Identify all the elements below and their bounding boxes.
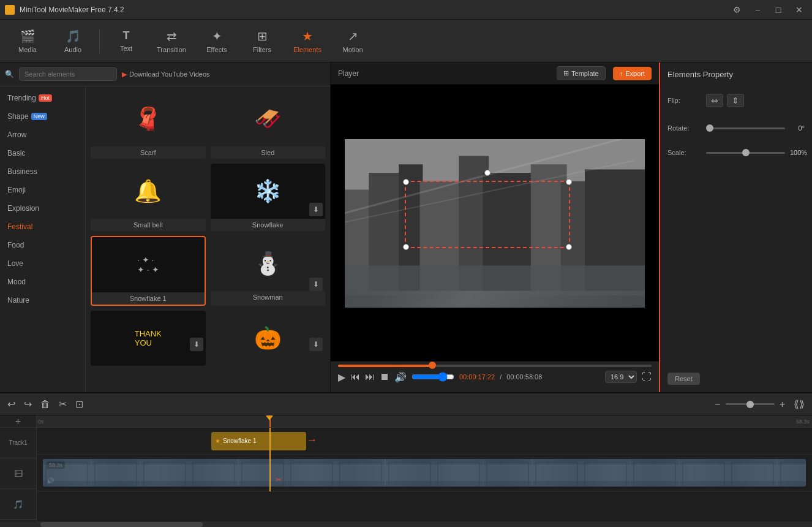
thankyou-download-button[interactable]: ⬇ xyxy=(190,338,203,351)
yt-icon: ▶ xyxy=(122,70,127,78)
export-button[interactable]: ↑ Export xyxy=(613,67,652,80)
snowflake-download-button[interactable]: ⬇ xyxy=(309,203,323,216)
category-arrow[interactable]: Arrow xyxy=(0,126,85,144)
prev-frame-button[interactable]: ⏮ xyxy=(350,371,360,382)
category-nature[interactable]: Nature xyxy=(0,291,85,309)
element-snowflake1[interactable]: · ✦ ·✦ · ✦ Snowflake 1 xyxy=(91,236,206,306)
playhead-arrow xyxy=(266,415,273,420)
template-label: Template xyxy=(571,70,599,77)
category-emoji[interactable]: Emoji xyxy=(0,181,85,199)
pumpkin-download-button[interactable]: ⬇ xyxy=(309,338,323,351)
element-sled[interactable]: 🛷 Sled xyxy=(211,91,326,159)
stop-button[interactable]: ⏹ xyxy=(380,371,389,382)
element-snowman[interactable]: ⛄ Snowman ⬇ xyxy=(211,236,326,306)
flip-buttons: ⇔ ⇕ xyxy=(706,94,744,107)
video-strip[interactable]: 58.3s 🔊 xyxy=(43,459,806,487)
cut-button[interactable]: ✂ xyxy=(56,397,69,411)
category-basic[interactable]: Basic xyxy=(0,144,85,162)
track1-label: Track1 xyxy=(0,428,36,458)
element-scarf[interactable]: 🧣 Scarf xyxy=(91,91,206,159)
category-explosion[interactable]: Explosion xyxy=(0,199,85,218)
undo-button[interactable]: ↩ xyxy=(5,397,18,411)
tool-elements[interactable]: ★ Elements xyxy=(286,23,329,59)
element-snowflake1-thumb: · ✦ ·✦ · ✦ xyxy=(92,237,205,292)
volume-button[interactable]: 🔊 xyxy=(394,371,407,383)
search-icon: 🔍 xyxy=(5,70,14,78)
maximize-button[interactable]: □ xyxy=(770,4,786,16)
ruler-0s: 0s xyxy=(38,419,44,425)
snowman-download-button[interactable]: ⬇ xyxy=(309,278,323,291)
scale-slider[interactable] xyxy=(706,152,785,154)
element-pumpkin[interactable]: 🎃 ⬇ xyxy=(211,311,326,366)
tool-media-label: Media xyxy=(18,46,37,53)
tool-motion[interactable]: ↗ Motion xyxy=(331,23,374,59)
category-food[interactable]: Food xyxy=(0,236,85,254)
element-small-bell-name: Small bell xyxy=(91,219,206,231)
category-festival[interactable]: Festival xyxy=(0,218,85,236)
toolbar: 🎬 Media 🎵 Audio T Text ⇄ Transition ✦ Ef… xyxy=(0,20,812,63)
flip-horizontal-button[interactable]: ⇔ xyxy=(706,94,723,107)
redo-button[interactable]: ↪ xyxy=(21,397,34,411)
timeline-scrollbar[interactable] xyxy=(0,522,812,527)
timeline-add-button[interactable]: + xyxy=(0,415,36,428)
element-clip-snowflake1[interactable]: ★ Snowflake 1 xyxy=(211,432,306,450)
fullscreen-button[interactable]: ⛶ xyxy=(642,371,652,382)
element-small-bell-thumb: 🔔 xyxy=(91,164,206,219)
zoom-in-button[interactable]: + xyxy=(777,398,788,411)
yt-download-button[interactable]: ▶ Download YouTube Videos xyxy=(122,70,210,78)
category-shape[interactable]: Shape New xyxy=(0,107,85,126)
tool-transition[interactable]: ⇄ Transition xyxy=(150,23,193,59)
settings-button[interactable]: ⚙ xyxy=(729,4,745,16)
zoom-slider[interactable] xyxy=(726,403,775,405)
tool-effects[interactable]: ✦ Effects xyxy=(195,23,238,59)
element-snowflake[interactable]: ❄️ Snowflake ⬇ xyxy=(211,164,326,231)
crop-button[interactable]: ⊡ xyxy=(73,397,86,411)
zoom-control: − + xyxy=(712,398,788,411)
element-snowman-name: Snowman xyxy=(211,291,326,303)
delete-button[interactable]: 🗑 xyxy=(38,398,53,411)
element-scarf-thumb: 🧣 xyxy=(91,91,206,146)
element-small-bell[interactable]: 🔔 Small bell xyxy=(91,164,206,231)
scale-row: Scale: 100% xyxy=(667,149,805,156)
tool-media[interactable]: 🎬 Media xyxy=(6,23,49,59)
category-trending[interactable]: Trending Hot xyxy=(0,89,85,107)
scrollbar-thumb[interactable] xyxy=(40,522,203,527)
app-title: MiniTool MovieMaker Free 7.4.2 xyxy=(20,6,724,14)
player-area: Player ⊞ Template ↑ Export xyxy=(331,63,659,392)
filters-icon: ⊞ xyxy=(257,29,268,44)
rotate-slider[interactable] xyxy=(706,127,785,129)
tool-text-label: Text xyxy=(120,45,132,52)
video-container xyxy=(331,85,659,362)
next-frame-button[interactable]: ⏭ xyxy=(365,371,375,382)
rotate-label: Rotate: xyxy=(667,124,701,132)
search-input[interactable] xyxy=(19,67,117,81)
play-button[interactable]: ▶ xyxy=(338,371,345,383)
motion-icon: ↗ xyxy=(348,29,358,44)
text-icon: T xyxy=(123,29,130,42)
minimize-button[interactable]: − xyxy=(750,4,765,16)
category-business[interactable]: Business xyxy=(0,162,85,181)
volume-slider[interactable] xyxy=(412,372,454,382)
reset-button[interactable]: Reset xyxy=(667,373,700,385)
category-emoji-label: Emoji xyxy=(7,186,26,194)
elements-body: Trending Hot Shape New Arrow Basic Busin… xyxy=(0,86,330,392)
flip-vertical-button[interactable]: ⇕ xyxy=(727,94,744,107)
element-thankyou[interactable]: THANKYOU ⬇ xyxy=(91,311,206,366)
close-button[interactable]: ✕ xyxy=(791,4,807,16)
progress-bar[interactable] xyxy=(338,365,652,367)
effects-icon: ✦ xyxy=(212,29,222,44)
template-button[interactable]: ⊞ Template xyxy=(557,66,606,80)
playhead[interactable] xyxy=(269,415,271,427)
tool-audio[interactable]: 🎵 Audio xyxy=(51,23,94,59)
clip-name: Snowflake 1 xyxy=(223,438,256,444)
tool-text[interactable]: T Text xyxy=(105,23,148,59)
element-snowman-thumb: ⛄ xyxy=(211,236,326,291)
zoom-out-button[interactable]: − xyxy=(712,398,723,411)
category-mood[interactable]: Mood xyxy=(0,273,85,291)
aspect-ratio-select[interactable]: 16:9 9:16 1:1 xyxy=(605,371,637,383)
tool-filters[interactable]: ⊞ Filters xyxy=(241,23,284,59)
element-scarf-name: Scarf xyxy=(91,146,206,159)
progress-thumb[interactable] xyxy=(429,362,436,369)
category-love[interactable]: Love xyxy=(0,254,85,273)
split-audio-button[interactable]: ⟪⟫ xyxy=(791,397,807,411)
